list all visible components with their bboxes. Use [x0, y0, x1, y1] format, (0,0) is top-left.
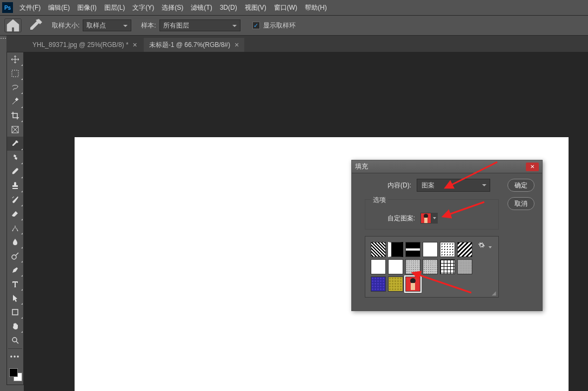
pattern-swatch[interactable] — [457, 259, 472, 274]
wand-tool-icon[interactable] — [7, 95, 23, 109]
options-legend: 选项 — [371, 196, 388, 205]
pattern-swatch[interactable] — [371, 259, 386, 274]
edit-toolbar-icon[interactable]: ••• — [7, 350, 23, 364]
sample-size-select[interactable]: 取样点 — [83, 19, 131, 31]
history-brush-tool-icon[interactable] — [7, 193, 23, 207]
dialog-titlebar[interactable]: 填充 ✕ — [352, 160, 542, 173]
menu-type[interactable]: 文字(Y) — [132, 3, 154, 12]
app-logo-icon: Ps — [2, 2, 13, 13]
move-tool-icon[interactable] — [7, 52, 23, 66]
frame-tool-icon[interactable] — [7, 123, 23, 137]
ok-button[interactable]: 确定 — [507, 179, 534, 192]
shape-tool-icon[interactable] — [7, 305, 23, 319]
blur-tool-icon[interactable] — [7, 235, 23, 249]
menu-window[interactable]: 窗口(W) — [274, 3, 297, 12]
menu-3d[interactable]: 3D(D) — [220, 4, 237, 11]
close-icon[interactable]: × — [133, 41, 137, 49]
pattern-swatch[interactable] — [405, 259, 420, 274]
content-label: 内容(D): — [357, 181, 411, 190]
pattern-swatch[interactable] — [457, 242, 472, 257]
fill-dialog: 填充 ✕ 内容(D): 图案 确定 取消 选项 自定图案: — [351, 160, 543, 311]
pattern-swatch[interactable] — [405, 242, 420, 257]
show-ring-checkbox[interactable]: ✓ 显示取样环 — [252, 21, 296, 30]
pattern-swatch[interactable] — [440, 242, 455, 257]
menu-bar: Ps 文件(F) 编辑(E) 图像(I) 图层(L) 文字(Y) 选择(S) 滤… — [0, 0, 588, 15]
menu-help[interactable]: 帮助(H) — [305, 3, 327, 12]
options-bar: 取样大小: 取样点 样本: 所有图层 ✓ 显示取样环 — [0, 15, 588, 36]
healing-tool-icon[interactable] — [7, 151, 23, 165]
tab-label: YHL_89371.jpg @ 25%(RGB/8) * — [32, 41, 129, 49]
close-icon[interactable]: ✕ — [526, 163, 539, 171]
crop-tool-icon[interactable] — [7, 109, 23, 123]
svg-rect-3 — [12, 309, 18, 315]
content-select[interactable]: 图案 — [417, 179, 490, 192]
menu-filter[interactable]: 滤镜(T) — [191, 3, 212, 12]
pattern-picker: ◢ — [365, 236, 499, 298]
marquee-tool-icon[interactable] — [7, 66, 23, 80]
lasso-tool-icon[interactable] — [7, 80, 23, 95]
pattern-swatch[interactable] — [423, 259, 438, 274]
options-fieldset: 选项 自定图案: — [365, 199, 499, 230]
type-tool-icon[interactable] — [7, 277, 23, 291]
pattern-dropdown-button[interactable] — [431, 213, 438, 224]
pattern-swatch-selected[interactable] — [405, 277, 420, 292]
gradient-tool-icon[interactable] — [7, 221, 23, 235]
pattern-swatch[interactable] — [388, 259, 403, 274]
tab-label: 未标题-1 @ 66.7%(RGB/8#) — [149, 41, 230, 50]
left-dock-strip — [0, 36, 6, 391]
tool-preset-icon[interactable] — [27, 18, 44, 32]
sample-select[interactable]: 所有图层 — [159, 19, 240, 31]
pattern-swatch[interactable] — [423, 242, 438, 257]
document-tab-1[interactable]: YHL_89371.jpg @ 25%(RGB/8) * × — [27, 38, 143, 52]
menu-view[interactable]: 视图(V) — [245, 3, 266, 12]
pattern-swatch[interactable] — [440, 259, 455, 274]
home-icon[interactable] — [4, 18, 22, 32]
close-icon[interactable]: × — [235, 41, 239, 49]
menu-image[interactable]: 图像(I) — [77, 3, 96, 12]
pattern-swatch[interactable] — [371, 277, 386, 292]
sample-label: 样本: — [141, 21, 156, 30]
dodge-tool-icon[interactable] — [7, 249, 23, 263]
menu-file[interactable]: 文件(F) — [19, 3, 41, 12]
stamp-tool-icon[interactable] — [7, 179, 23, 193]
menu-select[interactable]: 选择(S) — [162, 3, 183, 12]
eraser-tool-icon[interactable] — [7, 207, 23, 221]
sample-size-label: 取样大小: — [52, 21, 79, 30]
path-select-tool-icon[interactable] — [7, 291, 23, 305]
color-swatches[interactable] — [7, 366, 23, 385]
tool-palette: ••• — [6, 52, 24, 385]
svg-point-4 — [12, 338, 17, 342]
foreground-swatch[interactable] — [9, 368, 18, 377]
cancel-button[interactable]: 取消 — [507, 197, 534, 210]
dialog-title: 填充 — [355, 162, 526, 171]
gear-icon[interactable] — [478, 242, 492, 250]
pen-tool-icon[interactable] — [7, 263, 23, 277]
svg-rect-0 — [12, 70, 18, 77]
resize-grip-icon[interactable]: ◢ — [492, 290, 496, 296]
zoom-tool-icon[interactable] — [7, 333, 23, 347]
checkmark-icon: ✓ — [252, 22, 260, 29]
pattern-swatch[interactable] — [388, 277, 403, 292]
brush-tool-icon[interactable] — [7, 165, 23, 179]
custom-pattern-label: 自定图案: — [369, 214, 415, 223]
show-ring-label: 显示取样环 — [263, 21, 296, 30]
eyedropper-tool-icon[interactable] — [7, 137, 23, 151]
svg-point-2 — [12, 255, 16, 259]
menu-edit[interactable]: 编辑(E) — [48, 3, 70, 12]
document-tab-bar: YHL_89371.jpg @ 25%(RGB/8) * × 未标题-1 @ 6… — [0, 36, 588, 52]
document-tab-2[interactable]: 未标题-1 @ 66.7%(RGB/8#) × — [144, 38, 244, 52]
hand-tool-icon[interactable] — [7, 319, 23, 333]
pattern-preview-icon — [420, 213, 431, 224]
menu-layer[interactable]: 图层(L) — [104, 3, 125, 12]
pattern-swatch[interactable] — [388, 242, 403, 257]
pattern-swatch[interactable] — [371, 242, 386, 257]
